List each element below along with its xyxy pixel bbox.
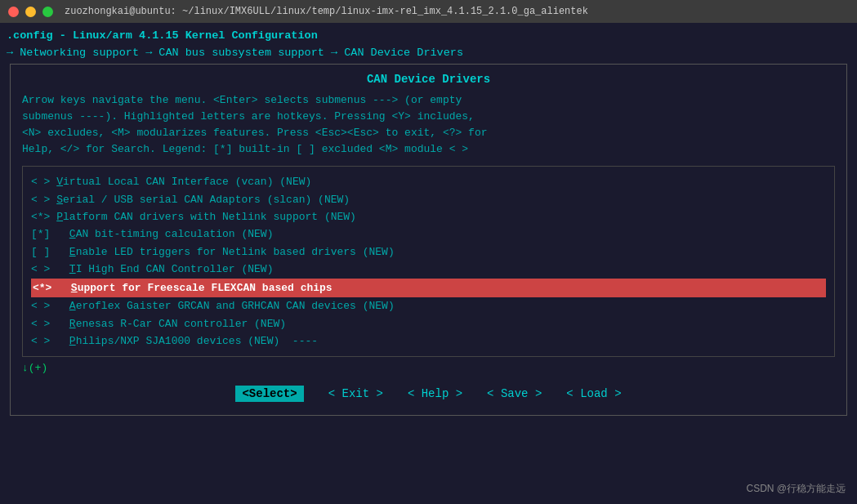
breadcrumb-sep2: → [324, 47, 344, 59]
save-button[interactable]: < Save > [487, 387, 542, 400]
menu-item-bittiming[interactable]: [*] CAN bit-timing calculation (NEW) [31, 225, 826, 243]
maximize-button[interactable] [42, 7, 53, 17]
breadcrumb-arrow: → [7, 47, 20, 59]
breadcrumb-sep1: → [139, 47, 158, 59]
exit-button[interactable]: < Exit > [328, 387, 383, 400]
help-line-2: submenus ----). Highlighted letters are … [22, 109, 835, 125]
minimize-button[interactable] [25, 7, 36, 17]
menu-list[interactable]: < > Virtual Local CAN Interface (vcan) (… [22, 166, 835, 357]
watermark: CSDN @行稳方能走远 [746, 482, 846, 496]
breadcrumb: → Networking support → CAN bus subsystem… [7, 45, 850, 61]
help-line-4: Help, </> for Search. Legend: [*] built-… [22, 141, 835, 158]
menu-item-philips[interactable]: < > Philips/NXP SJA1000 devices (NEW) --… [31, 332, 826, 350]
help-text: Arrow keys navigate the menu. <Enter> se… [22, 92, 835, 158]
menu-item-platform[interactable]: <*> Platform CAN drivers with Netlink su… [31, 208, 826, 225]
terminal: .config - Linux/arm 4.1.15 Kernel Config… [0, 23, 857, 504]
breadcrumb-can-bus: CAN bus subsystem support [158, 47, 324, 59]
scroll-indicator: ↓(+) [22, 362, 835, 374]
button-bar: <Select> < Exit > < Help > < Save > < Lo… [22, 381, 835, 407]
menu-item-vcan[interactable]: < > Virtual Local CAN Interface (vcan) (… [31, 173, 826, 190]
main-panel: CAN Device Drivers Arrow keys navigate t… [10, 64, 847, 417]
menu-item-led[interactable]: [ ] Enable LED triggers for Netlink base… [31, 243, 826, 261]
menu-item-ti[interactable]: < > TI High End CAN Controller (NEW) [31, 261, 826, 278]
menu-item-renesas[interactable]: < > Renesas R-Car CAN controller (NEW) [31, 315, 826, 332]
breadcrumb-networking: Networking support [20, 47, 139, 59]
help-line-1: Arrow keys navigate the menu. <Enter> se… [22, 92, 835, 109]
load-button[interactable]: < Load > [566, 387, 621, 400]
menu-item-aeroflex[interactable]: < > Aeroflex Gaister GRCAN and GRHCAN CA… [31, 297, 826, 314]
menu-item-flexcan[interactable]: <*> Support for Freescale FLEXCAN based … [31, 279, 826, 297]
select-button[interactable]: <Select> [235, 386, 303, 402]
breadcrumb-can-device: CAN Device Drivers [344, 47, 463, 59]
title-bar: zuozhongkai@ubuntu: ~/linux/IMX6ULL/linu… [0, 0, 857, 23]
window-title: zuozhongkai@ubuntu: ~/linux/IMX6ULL/linu… [65, 6, 588, 17]
menu-item-slcan[interactable]: < > Serial / USB serial CAN Adaptors (sl… [31, 191, 826, 208]
panel-title: CAN Device Drivers [22, 73, 835, 86]
help-button[interactable]: < Help > [408, 387, 462, 400]
config-line: .config - Linux/arm 4.1.15 Kernel Config… [7, 28, 850, 44]
help-line-3: <N> excludes, <M> modularizes features. … [22, 125, 835, 141]
close-button[interactable] [8, 7, 19, 17]
